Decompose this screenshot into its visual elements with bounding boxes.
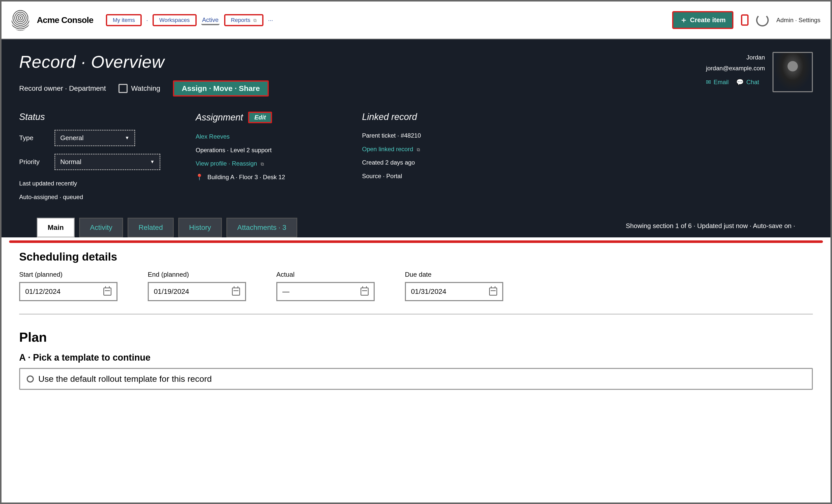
calendar-icon bbox=[103, 288, 111, 296]
nav-overflow[interactable]: ··· bbox=[268, 17, 273, 24]
date-value-2: — bbox=[282, 288, 289, 296]
contact-chat-link[interactable]: 💬 Chat bbox=[736, 77, 759, 87]
chat-icon: 💬 bbox=[736, 77, 744, 87]
linked-line4: Source · Portal bbox=[362, 170, 493, 182]
assignee-actions[interactable]: View profile · Reassign ⧉ bbox=[196, 158, 327, 169]
date-input-0[interactable]: 01/12/2024 bbox=[19, 282, 118, 301]
contact-chat-label: Chat bbox=[746, 77, 759, 87]
hero-subtitle: Record owner · Department bbox=[19, 84, 106, 92]
type-select[interactable]: General ▼ bbox=[54, 130, 135, 146]
subtab-history[interactable]: History bbox=[178, 218, 222, 237]
top-nav: My items · Workspaces Active Reports ⧉ ·… bbox=[106, 14, 273, 26]
contact-links: ✉ Email 💬 Chat bbox=[706, 77, 765, 87]
annotation-divider bbox=[9, 240, 823, 243]
plan-sublabel: A · Pick a template to continue bbox=[19, 352, 813, 363]
calendar-icon bbox=[232, 288, 240, 296]
date-label-3: Due date bbox=[405, 271, 503, 278]
action-ribbon-button[interactable]: Assign · Move · Share bbox=[173, 80, 269, 97]
date-value-0: 01/12/2024 bbox=[25, 288, 60, 296]
plan-section: Plan A · Pick a template to continue Use… bbox=[19, 315, 813, 390]
date-label-1: End (planned) bbox=[148, 271, 246, 278]
col-linked-heading: Linked record bbox=[362, 112, 493, 122]
linked-open-link[interactable]: Open linked record ⧉ bbox=[362, 143, 493, 155]
app-frame: Acme Console My items · Workspaces Activ… bbox=[0, 0, 832, 504]
external-link-icon: ⧉ bbox=[253, 18, 257, 23]
col-linked: Linked record Parent ticket · #48210 Ope… bbox=[362, 112, 493, 203]
subtabs: Main Activity Related History Attachment… bbox=[19, 218, 297, 237]
field-priority: Priority Normal ▼ bbox=[19, 154, 160, 170]
col-assignment-heading: Assignment Edit bbox=[196, 112, 327, 123]
contact-line2: jordan@example.com bbox=[706, 63, 765, 74]
assignee-location-text: Building A · Floor 3 · Desk 12 bbox=[208, 174, 285, 180]
col-assignment-heading-text: Assignment bbox=[196, 112, 243, 123]
nav-tab-1[interactable]: Workspaces bbox=[153, 14, 197, 26]
external-link-icon: ⧉ bbox=[261, 162, 264, 166]
date-field-1: End (planned) 01/19/2024 bbox=[148, 271, 246, 301]
col1-meta2: Auto-assigned · queued bbox=[19, 191, 160, 203]
content-area: Scheduling details Start (planned) 01/12… bbox=[1, 243, 831, 390]
dates-heading: Scheduling details bbox=[19, 250, 813, 263]
loading-spinner-icon bbox=[756, 14, 769, 26]
nav-tab-0-label: My items bbox=[113, 17, 135, 23]
field-priority-label: Priority bbox=[19, 158, 49, 166]
contact-email-link[interactable]: ✉ Email bbox=[706, 77, 729, 87]
subtab-related[interactable]: Related bbox=[128, 218, 174, 237]
location-pin-icon: 📍 bbox=[196, 174, 203, 180]
assignee-actions-text: View profile · Reassign bbox=[196, 160, 257, 167]
contact-name: Jordan bbox=[706, 52, 765, 63]
date-label-2: Actual bbox=[276, 271, 375, 278]
calendar-icon bbox=[361, 288, 369, 296]
date-input-2[interactable]: — bbox=[276, 282, 375, 301]
field-type: Type General ▼ bbox=[19, 130, 160, 146]
contact-email-label: Email bbox=[713, 77, 729, 87]
nav-tab-3-label: Reports bbox=[231, 17, 250, 23]
notification-badge[interactable] bbox=[741, 15, 749, 26]
assignee-name[interactable]: Alex Reeves bbox=[196, 131, 327, 142]
chevron-down-icon: ▼ bbox=[150, 159, 155, 164]
date-input-1[interactable]: 01/19/2024 bbox=[148, 282, 246, 301]
plan-heading: Plan bbox=[19, 329, 813, 345]
envelope-icon: ✉ bbox=[706, 77, 711, 87]
subtabs-status-text: Showing section 1 of 6 · Updated just no… bbox=[626, 222, 813, 233]
external-link-icon: ⧉ bbox=[417, 147, 420, 152]
fingerprint-icon bbox=[11, 9, 29, 31]
linked-line1: Parent ticket · #48210 bbox=[362, 130, 493, 141]
nav-tab-3[interactable]: Reports ⧉ bbox=[224, 14, 263, 26]
subtab-attachments[interactable]: Attachments · 3 bbox=[227, 218, 297, 237]
col1-meta1: Last updated recently bbox=[19, 178, 160, 189]
subtab-attachments-label: Attachments · 3 bbox=[237, 223, 286, 231]
hero-panel: Record · Overview Record owner · Departm… bbox=[1, 39, 831, 237]
watching-label: Watching bbox=[131, 84, 160, 92]
priority-select-value: Normal bbox=[60, 158, 81, 166]
assignee-detail: Operations · Level 2 support bbox=[196, 144, 327, 156]
edit-assignment-button[interactable]: Edit bbox=[248, 112, 272, 123]
date-input-3[interactable]: 01/31/2024 bbox=[405, 282, 503, 301]
col-assignment: Assignment Edit Alex Reeves Operations ·… bbox=[196, 112, 327, 203]
subtab-activity-label: Activity bbox=[90, 223, 112, 231]
date-label-0: Start (planned) bbox=[19, 271, 118, 278]
date-value-3: 01/31/2024 bbox=[411, 288, 446, 296]
contact-text: Jordan jordan@example.com ✉ Email 💬 Chat bbox=[706, 52, 765, 88]
date-grid: Start (planned) 01/12/2024 End (planned)… bbox=[19, 271, 813, 315]
priority-select[interactable]: Normal ▼ bbox=[54, 154, 160, 170]
date-field-0: Start (planned) 01/12/2024 bbox=[19, 271, 118, 301]
watching-toggle[interactable]: Watching bbox=[119, 84, 160, 93]
linked-line3: Created 2 days ago bbox=[362, 157, 493, 168]
edit-assignment-label: Edit bbox=[254, 114, 266, 121]
nav-tab-0[interactable]: My items bbox=[106, 14, 142, 26]
page-title: Record · Overview bbox=[19, 52, 813, 72]
contact-card: Jordan jordan@example.com ✉ Email 💬 Chat bbox=[706, 52, 813, 92]
subtab-activity[interactable]: Activity bbox=[79, 218, 123, 237]
plan-option-box[interactable]: Use the default rollout template for thi… bbox=[19, 368, 813, 390]
create-button[interactable]: ＋ Create item bbox=[672, 11, 734, 29]
calendar-icon bbox=[489, 288, 497, 296]
subtabs-row: Main Activity Related History Attachment… bbox=[19, 218, 813, 237]
brand-label: Acme Console bbox=[37, 15, 93, 25]
subtab-history-label: History bbox=[189, 223, 211, 231]
create-button-label: Create item bbox=[690, 16, 726, 24]
topbar-right-text[interactable]: Admin · Settings bbox=[776, 17, 821, 24]
plus-icon: ＋ bbox=[680, 15, 687, 25]
avatar[interactable] bbox=[773, 52, 813, 92]
subtab-main[interactable]: Main bbox=[37, 218, 75, 237]
nav-tab-2[interactable]: Active bbox=[201, 15, 219, 25]
